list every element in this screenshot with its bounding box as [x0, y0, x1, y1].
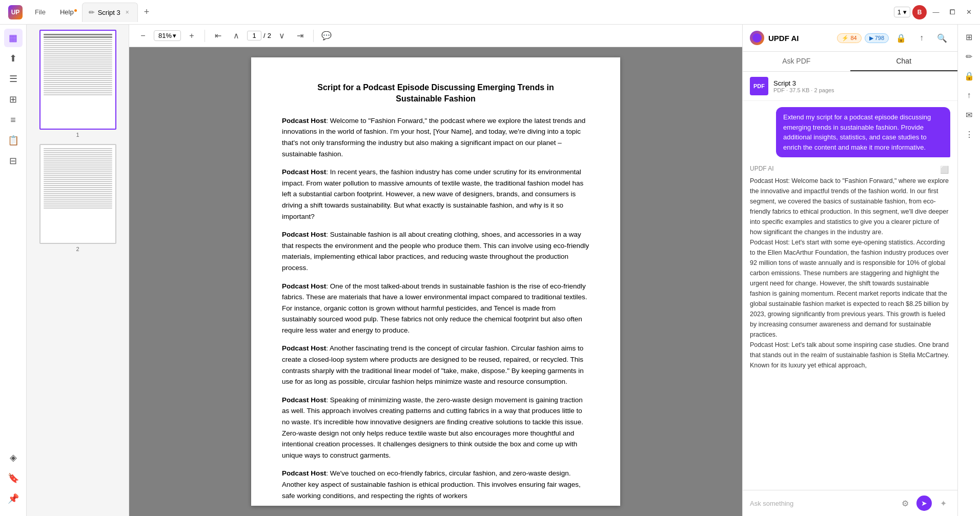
ai-file-info: PDF Script 3 PDF · 37.5 KB · 2 pages: [743, 72, 957, 101]
minimize-btn[interactable]: —: [929, 5, 943, 19]
credit-yellow: ⚡ 84: [837, 33, 861, 43]
tab-add-btn[interactable]: +: [140, 5, 154, 19]
toolbar-sep-2: [313, 30, 314, 42]
next-page-btn[interactable]: ∨: [274, 28, 290, 44]
pdf-toolbar: − 81% ▾ + ⇤ ∧ / 2 ∨ ⇥ 💬: [129, 25, 742, 47]
thumb-number-1: 1: [76, 132, 79, 138]
paragraph-text: : One of the most talked-about trends in…: [282, 282, 587, 334]
page-nav-arrow: ▾: [903, 8, 907, 16]
thumb-img-1: [39, 30, 116, 130]
right-icon-more[interactable]: ⋮: [961, 126, 977, 142]
sidebar-menu-icon[interactable]: ≡: [4, 111, 23, 129]
sidebar-layers-icon[interactable]: ⊟: [4, 152, 23, 170]
first-page-btn[interactable]: ⇤: [210, 28, 226, 44]
ai-logo: [750, 31, 764, 45]
sidebar-bottom: ◈ 🔖 📌: [4, 448, 23, 512]
ai-lock-icon[interactable]: 🔒: [893, 30, 909, 46]
paragraph-text: : Speaking of minimizing waste, the zero…: [282, 396, 583, 459]
sidebar-layers2-icon[interactable]: ◈: [4, 448, 23, 467]
paragraph-speaker: Podcast Host: [282, 396, 326, 404]
right-icon-edit[interactable]: ✏: [961, 48, 977, 65]
ai-response-label: UPDF AI: [750, 165, 774, 172]
tab-close-btn[interactable]: ×: [124, 8, 131, 17]
tab-script3[interactable]: ✏ Script 3 ×: [82, 3, 138, 22]
right-panel-icons: ⊞ ✏ 🔒 ↑ ✉ ⋮: [957, 25, 980, 516]
credit-blue: ▶ 798: [865, 33, 889, 43]
file-icon: PDF: [750, 77, 768, 95]
pdf-viewer: − 81% ▾ + ⇤ ∧ / 2 ∨ ⇥ 💬 Script for a Pod…: [129, 25, 742, 516]
zoom-display[interactable]: 81% ▾: [154, 30, 181, 41]
paragraph-speaker: Podcast Host: [282, 469, 326, 477]
zoom-arrow: ▾: [173, 32, 176, 39]
paragraph-speaker: Podcast Host: [282, 117, 326, 125]
page-input[interactable]: [247, 31, 261, 40]
pdf-paragraph: Podcast Host: Welcome to "Fashion Forwar…: [282, 115, 589, 159]
paragraph-text: : Another fascinating trend is the conce…: [282, 344, 584, 385]
ai-mic-btn[interactable]: ⚙: [898, 496, 912, 510]
paragraph-text: : In recent years, the fashion industry …: [282, 168, 583, 220]
restore-btn[interactable]: ⧠: [945, 5, 959, 19]
right-icon-lock[interactable]: 🔒: [961, 68, 977, 84]
file-meta: PDF · 37.5 KB · 2 pages: [773, 87, 834, 93]
ai-share-icon[interactable]: ↑: [913, 30, 930, 46]
page-nav-selector[interactable]: 1 ▾: [894, 7, 910, 17]
ai-response-text: Podcast Host: Welcome back to "Fashion F…: [750, 176, 950, 370]
sidebar-bookmark-icon[interactable]: 🔖: [4, 469, 23, 487]
paragraph-speaker: Podcast Host: [282, 344, 326, 352]
sidebar-pin-icon[interactable]: 📌: [4, 489, 23, 508]
sidebar-clipboard-icon[interactable]: 📋: [4, 131, 23, 150]
tab-ask-pdf[interactable]: Ask PDF: [743, 52, 850, 71]
menu-file[interactable]: File: [29, 5, 52, 19]
user-avatar[interactable]: B: [912, 5, 927, 19]
copy-response-btn[interactable]: ⬜: [938, 163, 950, 176]
ai-tabs: Ask PDF Chat: [743, 52, 957, 72]
last-page-btn[interactable]: ⇥: [293, 28, 308, 44]
file-details: Script 3 PDF · 37.5 KB · 2 pages: [773, 79, 834, 93]
pdf-title: Script for a Podcast Episode Discussing …: [282, 82, 589, 105]
sidebar-grid-icon[interactable]: ⊞: [4, 90, 23, 109]
thumbnail-panel: 1: [27, 25, 129, 516]
tab-edit-icon: ✏: [89, 8, 95, 16]
page-nav-value: 1: [897, 8, 901, 16]
zoom-out-btn[interactable]: −: [135, 28, 151, 44]
right-icon-table[interactable]: ⊞: [961, 29, 977, 45]
sidebar-thumbnail-icon[interactable]: ▦: [4, 29, 23, 47]
prev-page-btn[interactable]: ∧: [229, 28, 244, 44]
paragraph-text: : Welcome to "Fashion Forward," the podc…: [282, 117, 585, 158]
comment-btn[interactable]: 💬: [319, 28, 334, 44]
ai-credits: ⚡ 84 ▶ 798: [837, 33, 889, 43]
thumbnail-page-1[interactable]: 1: [32, 30, 124, 138]
ai-search-icon[interactable]: 🔍: [934, 30, 950, 46]
ai-response-container: UPDF AI ⬜ Podcast Host: Welcome back to …: [750, 163, 950, 370]
top-bar: UP File Help ✏ Script 3 × + 1 ▾ B — ⧠ ✕: [0, 0, 980, 25]
ai-panel: UPDF AI ⚡ 84 ▶ 798 🔒 ↑ 🔍 Ask PDF Chat PD…: [742, 25, 957, 516]
menu-help[interactable]: Help: [54, 5, 80, 19]
pdf-paragraph: Podcast Host: Another fascinating trend …: [282, 343, 589, 387]
ai-bottom-icon[interactable]: ✦: [936, 496, 950, 510]
paragraph-text: : We've touched on eco-friendly fabrics,…: [282, 469, 581, 499]
right-icon-mail[interactable]: ✉: [961, 107, 977, 123]
pdf-content: Script for a Podcast Episode Discussing …: [129, 47, 742, 516]
page-sep: /: [263, 32, 266, 39]
user-message-bubble: Extend my script for a podcast episode d…: [776, 107, 950, 157]
zoom-in-btn[interactable]: +: [184, 28, 199, 44]
page-total: 2: [268, 32, 271, 39]
updf-logo: UP: [4, 5, 27, 19]
ai-send-btn[interactable]: ➤: [916, 496, 932, 511]
svg-point-0: [752, 33, 762, 43]
file-name: Script 3: [773, 79, 834, 87]
sidebar-list-icon[interactable]: ☰: [4, 70, 23, 88]
ai-chat-input[interactable]: [750, 500, 894, 507]
zoom-level: 81%: [158, 32, 172, 39]
sidebar-upload-icon[interactable]: ⬆: [4, 49, 23, 68]
ai-chat-area: Extend my script for a podcast episode d…: [743, 101, 957, 490]
ai-panel-title: UPDF AI: [768, 34, 833, 43]
thumbnail-page-2[interactable]: 2: [32, 144, 124, 252]
close-btn[interactable]: ✕: [962, 5, 976, 19]
right-icon-share[interactable]: ↑: [961, 87, 977, 104]
tab-chat[interactable]: Chat: [850, 52, 958, 71]
paragraph-speaker: Podcast Host: [282, 168, 326, 176]
main-area: ▦ ⬆ ☰ ⊞ ≡ 📋 ⊟ ◈ 🔖 📌: [0, 25, 980, 516]
pdf-paragraph: Podcast Host: We've touched on eco-frien…: [282, 468, 589, 501]
pdf-paragraph: Podcast Host: In recent years, the fashi…: [282, 167, 589, 222]
